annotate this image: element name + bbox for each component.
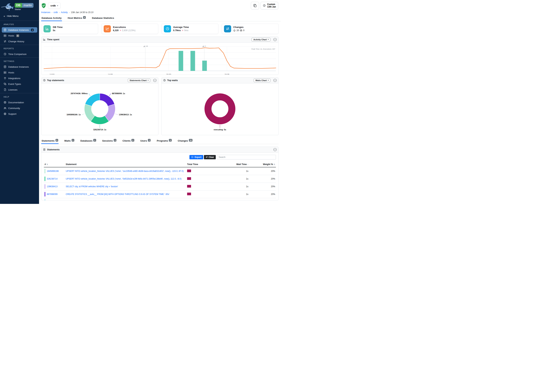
total-time-bar xyxy=(187,169,191,172)
clear-button[interactable]: ↺ Clear xyxy=(204,155,216,159)
metric-card-changes[interactable]: Changes200 xyxy=(222,24,279,34)
search-input[interactable] xyxy=(217,155,276,159)
detail-tab-statements[interactable]: Statements5 xyxy=(41,138,59,144)
detail-tab-clients[interactable]: Clients2 xyxy=(122,138,135,144)
metric-card-db-time[interactable]: DB Time5s xyxy=(41,24,98,34)
collapse-icon[interactable] xyxy=(273,79,277,82)
sidebar-nav: ANALYSISDatabase Instances1Hosts0Change … xyxy=(0,20,39,117)
sort-icon[interactable]: ⇅ xyxy=(47,164,48,165)
svg-text:2: 2 xyxy=(205,45,206,47)
sidebar-item-integrations[interactable]: Integrations xyxy=(2,75,37,81)
sidebar-item-time-comparison[interactable]: Time Comparison xyxy=(2,51,37,57)
waits-chart-select[interactable]: Waits Chart ▾ xyxy=(254,79,270,82)
detail-tab-users[interactable]: Users2 xyxy=(140,138,151,144)
tab-host-metrics[interactable]: Host Metrics0 xyxy=(67,15,86,21)
detail-tab-waits[interactable]: Waits1 xyxy=(64,138,75,144)
sidebar-item-support[interactable]: Support xyxy=(2,111,37,117)
count-badge: 0 xyxy=(16,34,19,37)
clock-icon xyxy=(166,27,169,31)
sort-icon[interactable]: ⇅ xyxy=(274,164,275,165)
statement-sql-link[interactable]: SELECT city, id FROM vehicles WHERE city… xyxy=(66,185,118,188)
statements-chart-select[interactable]: Statements Chart ▾ xyxy=(128,79,150,82)
statement-id-link[interactable]: 326238714 xyxy=(47,178,57,180)
detail-tab-databases[interactable]: Databases1 xyxy=(80,138,96,144)
instance-selector[interactable]: crdb ▾ xyxy=(48,3,60,9)
count-badge: 0 xyxy=(83,16,86,19)
sidebar-item-licences[interactable]: Licences xyxy=(2,87,37,92)
total-time-bar xyxy=(187,193,191,195)
hide-menu-button[interactable]: « Hide Menu xyxy=(0,12,39,20)
collapse-icon[interactable] xyxy=(273,38,277,41)
sidebar-item-community[interactable]: Community xyxy=(2,105,37,111)
statements-donut-chart[interactable]: 887898099: 1s139638413: 1s326238714: 1s1… xyxy=(41,83,158,135)
support-icon xyxy=(4,112,6,115)
statement-sql-link[interactable]: UPSERT INTO vehicle_location_histories V… xyxy=(66,170,184,172)
count-badge: 2 xyxy=(114,139,116,142)
sidebar-section-title: SETTINGS xyxy=(4,60,35,62)
time-spent-svg[interactable]: 14:5014:5515:0015:05⇄16⇄2 xyxy=(43,44,277,75)
statement-id-link[interactable]: 1845898166 xyxy=(47,170,59,172)
detail-tab-programs[interactable]: Programs2 xyxy=(156,138,172,144)
time-range-button[interactable]: Custom 13th Jan xyxy=(260,2,278,10)
tab-database-activity[interactable]: Database Activity xyxy=(41,15,62,21)
breadcrumb-link-crdb[interactable]: crdb xyxy=(54,11,58,14)
metric-value: 200 xyxy=(233,29,244,32)
export-button[interactable]: Export xyxy=(190,155,203,159)
metric-icon-wrap xyxy=(44,25,51,32)
breadcrumb-link-instances[interactable]: Instances xyxy=(41,11,50,14)
time-spent-title: Time spent xyxy=(47,38,59,41)
column-header-total-time[interactable]: Total Time xyxy=(186,162,213,167)
brand-logo[interactable]: DB marlin Starter xyxy=(0,0,39,12)
sidebar-item-documentation[interactable]: Documentation xyxy=(2,100,37,105)
waits-donut-svg[interactable]: executing: 5s xyxy=(182,84,258,134)
table-row: 326238714UPSERT INTO vehicle_location_hi… xyxy=(44,175,276,183)
docs-icon xyxy=(4,101,6,104)
time-spent-chart[interactable]: Peak Time: 2s, Executions: 837 14:5014:5… xyxy=(41,43,278,75)
sidebar-item-database-instances[interactable]: Database Instances1 xyxy=(2,27,37,33)
table-row: 287474436UPSERT INTO vehicle_location_hi… xyxy=(44,198,276,200)
statements-toolbar: Export ↺ Clear xyxy=(41,153,278,162)
metric-card-average-time[interactable]: Average Time0.79ms↗0ms xyxy=(161,24,218,34)
collapse-icon[interactable] xyxy=(273,148,277,151)
metric-cards: DB Time5sExecutions6,320↗2,830 (123%)Ave… xyxy=(41,24,279,34)
column-header-statement[interactable]: Statement xyxy=(65,162,186,167)
statement-id-link[interactable]: 887898099 xyxy=(47,193,57,195)
statements-donut-svg[interactable]: 887898099: 1s139638413: 1s326238714: 1s1… xyxy=(62,84,138,134)
column-header-weight[interactable]: Weight %⇅ xyxy=(249,162,276,167)
activity-chart-select[interactable]: Activity Chart ▾ xyxy=(252,38,270,41)
statements-panel: Statements Export ↺ Clear #⇅StatementTot… xyxy=(41,147,279,200)
table-row: 1845898166UPSERT INTO vehicle_location_h… xyxy=(44,167,276,175)
main-content: crdb ▾ Custom 13th Jan Instances›crdb›Ac… xyxy=(39,0,281,204)
svg-text:139638413: 1s: 139638413: 1s xyxy=(119,114,132,116)
collapse-icon[interactable] xyxy=(153,79,157,82)
breadcrumb-separator: › xyxy=(69,11,70,13)
tab-database-statistics[interactable]: Database Statistics xyxy=(91,15,115,21)
detail-tab-changes[interactable]: Changes20 xyxy=(177,138,193,144)
statement-sql-link[interactable]: CREATE STATISTICS __auto__ FROM [63] WIT… xyxy=(66,193,170,195)
health-shield-icon xyxy=(41,3,46,8)
top-statements-title: Top statements xyxy=(47,79,64,82)
server-icon xyxy=(4,34,6,37)
svg-text:1845898166: 1s: 1845898166: 1s xyxy=(67,114,81,116)
column-header-wait-time[interactable]: Wait Time↑ xyxy=(213,162,249,167)
statement-id-link[interactable]: 139638413 xyxy=(47,185,57,188)
sidebar-item-database-instances[interactable]: Database Instances xyxy=(2,64,37,69)
detail-tab-sessions[interactable]: Sessions2 xyxy=(102,138,117,144)
sidebar-item-hosts[interactable]: Hosts0 xyxy=(2,33,37,38)
copy-link-button[interactable] xyxy=(251,2,259,10)
breadcrumb-link-activity[interactable]: Activity xyxy=(61,11,68,14)
waits-donut-chart[interactable]: executing: 5s xyxy=(161,83,278,135)
metric-card-executions[interactable]: Executions6,320↗2,830 (123%) xyxy=(101,24,158,34)
statement-sql-link[interactable]: UPSERT INTO vehicle_location_histories V… xyxy=(66,178,181,180)
bar-chart-icon xyxy=(45,27,49,31)
sidebar-item-event-types[interactable]: Event Types xyxy=(2,81,37,87)
statements-header: Statements xyxy=(41,147,278,153)
sidebar-item-label: Event Types xyxy=(8,83,21,85)
svg-text:16: 16 xyxy=(146,45,148,47)
sidebar-item-hosts[interactable]: Hosts xyxy=(2,70,37,75)
sort-icon[interactable]: ↑ xyxy=(247,164,248,165)
metric-icon-wrap xyxy=(224,25,231,32)
column-header-num[interactable]: #⇅ xyxy=(44,162,65,167)
count-badge: 5 xyxy=(55,139,58,142)
sidebar-item-change-history[interactable]: Change History xyxy=(2,39,37,44)
